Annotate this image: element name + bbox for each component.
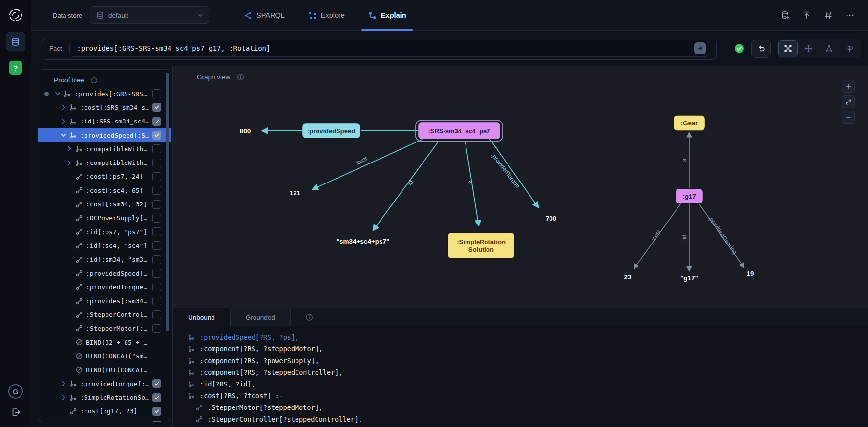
- tab-grounded[interactable]: Grounded: [230, 308, 291, 326]
- fit-view-button[interactable]: [842, 95, 855, 108]
- proof-tree-row[interactable]: :providedTorque[:…: [38, 377, 171, 390]
- rule-code-line[interactable]: :StepperController[?steppedController],: [195, 413, 868, 425]
- proof-tree-row[interactable]: :providedTorque…: [38, 280, 171, 294]
- hash-icon[interactable]: [824, 11, 833, 20]
- proof-node-checkbox[interactable]: [152, 269, 161, 278]
- proof-tree-row[interactable]: BIND(32 + 65 + …: [38, 335, 171, 349]
- graph-canvas[interactable]: :cost:ida:providedTorquea:cost:id:provid…: [173, 66, 868, 308]
- graph-literal[interactable]: 800: [240, 127, 251, 135]
- proof-node-checkbox[interactable]: [152, 379, 161, 388]
- rule-code-line[interactable]: :component[?RS, ?steppedController],: [188, 366, 868, 378]
- help-button[interactable]: ?: [9, 61, 22, 75]
- proof-tree-row[interactable]: BIND(CONCAT("sm…: [38, 349, 171, 363]
- proof-node-checkbox[interactable]: [152, 131, 161, 140]
- graph-literal[interactable]: 700: [546, 215, 557, 222]
- proof-node-checkbox[interactable]: [152, 407, 161, 416]
- rule-code-line[interactable]: :StepperMotor[?steppedMotor],: [195, 402, 868, 413]
- graph-literal[interactable]: "g17": [680, 274, 698, 282]
- proof-tree-row[interactable]: BIND(IRI(CONCAT…: [38, 363, 171, 377]
- proof-tree-row[interactable]: :cost[:g17, 23]: [38, 405, 171, 418]
- proof-node-checkbox[interactable]: [152, 241, 161, 250]
- chevron-down-icon[interactable]: [60, 131, 69, 139]
- upload-icon[interactable]: [803, 11, 811, 20]
- tab-explore[interactable]: Explore: [296, 0, 357, 31]
- force-layout-button[interactable]: [778, 40, 798, 57]
- info-icon[interactable]: [305, 313, 313, 321]
- proof-tree-row[interactable]: :provides[:GRS-SRS…: [38, 87, 171, 101]
- more-icon[interactable]: [846, 11, 854, 20]
- chevron-right-icon[interactable]: [60, 118, 69, 125]
- proof-node-checkbox[interactable]: [152, 255, 161, 264]
- proof-node-checkbox[interactable]: [152, 89, 161, 98]
- zoom-in-button[interactable]: [842, 80, 855, 93]
- chevron-right-icon[interactable]: [60, 394, 69, 402]
- proof-tree-row[interactable]: :DCPowerSupply[…: [38, 211, 171, 225]
- tree-layout-button[interactable]: [819, 40, 839, 57]
- sign-out-icon[interactable]: [11, 407, 21, 417]
- rule-code-line[interactable]: :providedSpeed[?RS, ?ps],: [188, 331, 868, 343]
- proof-tree-row[interactable]: :SimpleRotationSo…: [38, 391, 171, 405]
- proof-tree-row[interactable]: :cost[:SRS-sm34_s…: [38, 101, 171, 114]
- tab-sparql[interactable]: SPARQL: [232, 0, 296, 31]
- proof-node-checkbox[interactable]: [152, 324, 161, 333]
- proof-tree-row[interactable]: :StepperControl…: [38, 308, 171, 322]
- datastore-select[interactable]: default: [90, 6, 210, 24]
- proof-tree-row[interactable]: :id[:ps7, "ps7"]: [38, 225, 171, 239]
- proof-node-checkbox[interactable]: [152, 103, 161, 112]
- brand-g-button[interactable]: G: [8, 384, 23, 399]
- proof-node-checkbox[interactable]: [152, 144, 161, 153]
- proof-node-checkbox[interactable]: [152, 297, 161, 305]
- link-icon: [75, 228, 83, 236]
- graph-literal[interactable]: "sm34+sc4+ps7": [337, 238, 390, 245]
- rule-code-line[interactable]: :cost[?RS, ?tcost] :-: [188, 390, 868, 402]
- free-layout-button[interactable]: [799, 40, 818, 57]
- proof-tree-row[interactable]: :provides[:sm34…: [38, 294, 171, 307]
- proof-node-checkbox[interactable]: [152, 393, 161, 402]
- chevron-right-icon[interactable]: [60, 380, 69, 387]
- fact-input[interactable]: [76, 44, 690, 53]
- proof-tree-row[interactable]: :compatibleWith…: [38, 156, 171, 169]
- tab-explain[interactable]: Explain: [357, 0, 418, 31]
- zoom-out-button[interactable]: [842, 111, 855, 124]
- info-icon[interactable]: [237, 73, 244, 81]
- proof-node-checkbox[interactable]: [152, 421, 161, 422]
- radial-layout-button[interactable]: [840, 40, 859, 57]
- proof-tree-row[interactable]: :StepperMotor[:…: [38, 322, 171, 335]
- database-add-icon[interactable]: [781, 11, 790, 20]
- info-icon[interactable]: [90, 77, 98, 84]
- proof-node-checkbox[interactable]: [152, 159, 161, 167]
- tab-unbound[interactable]: Unbound: [173, 308, 230, 326]
- proof-tree-scrollbar[interactable]: [166, 73, 169, 331]
- proof-node-checkbox[interactable]: [152, 214, 161, 223]
- proof-tree-row[interactable]: :cost[:ps7, 24]: [38, 170, 171, 183]
- proof-tree-row[interactable]: :cost[:sc4, 65]: [38, 183, 171, 197]
- proof-node-checkbox[interactable]: [152, 227, 161, 236]
- proof-tree-row[interactable]: :compatibleWith…: [38, 142, 171, 156]
- undo-button[interactable]: [751, 40, 771, 58]
- proof-tree-row[interactable]: :Gear[:g17]: [38, 418, 171, 422]
- proof-node-checkbox[interactable]: [152, 283, 161, 291]
- sidebar-item-datastore[interactable]: [6, 32, 25, 51]
- graph-literal[interactable]: 23: [624, 273, 632, 281]
- proof-tree-row[interactable]: :providedSpeed[:S…: [38, 128, 171, 142]
- rule-code-line[interactable]: :component[?RS, ?steppedMotor],: [188, 343, 868, 355]
- proof-tree-row[interactable]: :id[:sm34, "sm3…: [38, 253, 171, 266]
- chevron-right-icon[interactable]: [60, 103, 69, 111]
- proof-node-checkbox[interactable]: [152, 310, 161, 319]
- proof-tree-row[interactable]: :id[:sc4, "sc4"]: [38, 239, 171, 252]
- rule-code-line[interactable]: :id[?RS, ?id],: [188, 378, 868, 390]
- chevron-right-icon[interactable]: [65, 159, 75, 167]
- proof-tree-row[interactable]: :cost[:sm34, 32]: [38, 197, 171, 211]
- proof-node-checkbox[interactable]: [152, 186, 161, 195]
- proof-node-checkbox[interactable]: [152, 172, 161, 181]
- chevron-right-icon[interactable]: [65, 145, 75, 153]
- fact-submit-button[interactable]: [694, 42, 706, 54]
- graph-literal[interactable]: 19: [746, 270, 754, 277]
- chevron-down-icon[interactable]: [54, 90, 64, 98]
- proof-node-checkbox[interactable]: [152, 200, 161, 209]
- proof-tree-row[interactable]: :id[:SRS-sm34_sc4…: [38, 115, 171, 128]
- graph-literal[interactable]: 121: [290, 189, 301, 197]
- rule-code-line[interactable]: :component[?RS, ?powerSupply],: [188, 355, 868, 366]
- proof-tree-row[interactable]: :providedSpeed[…: [38, 266, 171, 280]
- proof-node-checkbox[interactable]: [152, 117, 161, 126]
